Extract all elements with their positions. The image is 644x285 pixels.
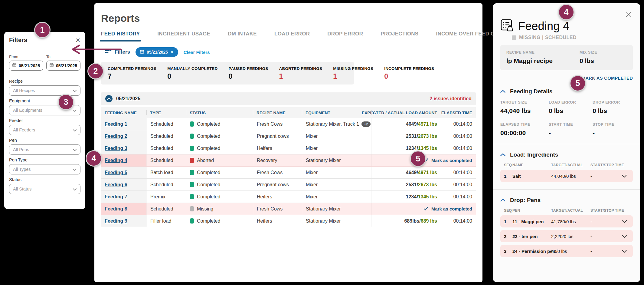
expected-amount: 4649/ bbox=[406, 170, 418, 175]
stat-value: 1 bbox=[279, 72, 322, 81]
status-label: Completed bbox=[197, 146, 220, 151]
tab-projections[interactable]: PROJECTIONS bbox=[381, 31, 418, 41]
status-cell: Completed bbox=[186, 191, 253, 203]
tab-feed-history[interactable]: FEED HISTORY bbox=[101, 31, 140, 41]
filter-select[interactable]: All Pens bbox=[9, 144, 80, 155]
tab-drop-error[interactable]: DROP ERROR bbox=[327, 31, 363, 41]
chip-date-label: 05/21/2025 bbox=[147, 50, 168, 55]
table-row[interactable]: Feeding 2ScheduledCompletedPregnant cows… bbox=[101, 130, 476, 142]
table-row[interactable]: Feeding 5Batch loadCompletedFresh CowsMi… bbox=[101, 167, 476, 179]
collapse-group-button[interactable] bbox=[105, 95, 113, 102]
type-cell: Batch load bbox=[146, 167, 186, 178]
chevron-down-icon[interactable] bbox=[622, 219, 629, 224]
status-square-icon bbox=[190, 170, 194, 175]
filter-select-value: All Types bbox=[13, 167, 31, 172]
close-icon[interactable] bbox=[625, 11, 632, 19]
report-tabs: FEED HISTORYINGREDIENT USAGEDM INTAKELOA… bbox=[101, 31, 476, 41]
filters-close-icon[interactable]: ✕ bbox=[75, 37, 80, 43]
filter-select[interactable]: All Recipes bbox=[9, 85, 80, 96]
equipment-cell: Mixer bbox=[302, 142, 371, 154]
pen-row[interactable]: 222 - ten pen2,220/0 lbs- bbox=[500, 230, 633, 242]
detail-item-label: STOP TIME bbox=[593, 122, 633, 127]
load-amount-cell: 4649/4971 lbs bbox=[371, 167, 441, 178]
status-cell: Completed bbox=[186, 118, 253, 130]
start-stop-time: - bbox=[590, 234, 622, 239]
filter-select[interactable]: All Types bbox=[9, 164, 80, 174]
feeding-report-icon bbox=[500, 18, 514, 34]
status-square-icon bbox=[512, 35, 516, 40]
status-cell: Completed bbox=[186, 167, 253, 178]
filters-panel: Filters ✕ From 05/21/2025 To 05/21/2025 … bbox=[4, 32, 85, 209]
ingredient-row[interactable]: 1Salt44,040/0 lbs- bbox=[500, 170, 633, 182]
chevron-down-icon[interactable] bbox=[622, 248, 629, 254]
tab-dm-intake[interactable]: DM INTAKE bbox=[228, 31, 257, 41]
expected-amount: 689lbs/ bbox=[404, 218, 420, 224]
chevron-down-icon[interactable] bbox=[622, 173, 629, 179]
chevron-up-icon bbox=[500, 89, 505, 94]
status-square-icon bbox=[190, 146, 194, 151]
to-date-input[interactable]: 05/21/2025 bbox=[46, 61, 80, 71]
sequence-number: 3 bbox=[504, 249, 512, 254]
filter-field-recipe: RecipeAll Recipes bbox=[9, 79, 80, 96]
feeding-link[interactable]: Feeding 4 bbox=[105, 158, 127, 163]
equipment-cell: Mixer bbox=[302, 130, 371, 142]
load-amount-cell: 2531/2673 lbs bbox=[371, 179, 441, 191]
chip-remove-icon[interactable]: ✕ bbox=[170, 50, 174, 55]
type-cell: Filler load bbox=[146, 215, 186, 227]
group-date-label: 05/21/2025 bbox=[116, 96, 140, 101]
divider bbox=[493, 144, 640, 144]
to-date-value: 05/21/2025 bbox=[56, 63, 77, 68]
sequence-number: 1 bbox=[504, 219, 512, 224]
from-date-input[interactable]: 05/21/2025 bbox=[9, 61, 43, 71]
pen-row[interactable]: 324 - Permission pen40/0 lbs- bbox=[500, 245, 633, 257]
feeding-link[interactable]: Feeding 1 bbox=[105, 121, 127, 127]
load-amount-cell: 2531/2673 lbs bbox=[371, 130, 441, 142]
mark-as-completed-button[interactable]: Mark as completed bbox=[371, 203, 476, 215]
subcolumn-seq: SEQ bbox=[504, 208, 512, 213]
type-cell: Premix bbox=[146, 191, 186, 203]
table-row[interactable]: Feeding 9Filler loadCompletedHeifersStat… bbox=[101, 215, 476, 227]
divider bbox=[493, 189, 640, 190]
pen-row[interactable]: 111 - Maggi pen41,780/0 lbs- bbox=[500, 215, 633, 227]
elapsed-time-cell: 00:14:00 bbox=[441, 142, 476, 154]
feeding-link[interactable]: Feeding 5 bbox=[105, 170, 127, 175]
clear-filters-link[interactable]: Clear Filters bbox=[184, 50, 210, 55]
tab-load-error[interactable]: LOAD ERROR bbox=[274, 31, 310, 41]
expected-amount: 1234/ bbox=[406, 146, 418, 151]
recipe-cell: Heifers bbox=[253, 142, 302, 154]
date-filter-chip[interactable]: 05/21/2025 ✕ bbox=[136, 47, 178, 57]
status-cell: Completed bbox=[186, 179, 253, 191]
stat-missing-feedings: MISSING FEEDINGS1 bbox=[333, 66, 373, 81]
chevron-up-icon bbox=[500, 197, 505, 203]
table-row[interactable]: Feeding 7PremixCompletedHeifersMixer1234… bbox=[101, 191, 476, 203]
feeding-details-section-header[interactable]: Feeding Details bbox=[500, 88, 633, 95]
column-header-elapsed-time: ELAPSED TIME bbox=[441, 107, 476, 118]
feeding-link[interactable]: Feeding 3 bbox=[105, 146, 127, 151]
type-cell: Scheduled bbox=[146, 203, 186, 215]
feeding-link[interactable]: Feeding 2 bbox=[105, 134, 127, 139]
mark-as-completed-button[interactable]: MARK AS COMPLETED bbox=[500, 75, 633, 81]
chevron-down-icon[interactable] bbox=[622, 234, 629, 239]
table-row[interactable]: Feeding 6ScheduledCompletedPregnant cows… bbox=[101, 179, 476, 191]
actual-amount: 689 lbs bbox=[421, 218, 437, 224]
table-row[interactable]: Feeding 1ScheduledCompletedFresh CowsSta… bbox=[101, 118, 476, 130]
filter-field-pen: PenAll Pens bbox=[9, 138, 80, 155]
load-ingredients-section-header[interactable]: Load: Ingredients bbox=[500, 151, 633, 158]
drop-pens-section-header[interactable]: Drop: Pens bbox=[500, 197, 633, 204]
actual-amount: 1345 lbs bbox=[418, 146, 437, 151]
load-ingredients-title: Load: Ingredients bbox=[510, 151, 558, 158]
feeding-link[interactable]: Feeding 8 bbox=[105, 206, 127, 212]
filter-select[interactable]: All Status bbox=[9, 184, 80, 194]
feeding-link[interactable]: Feeding 7 bbox=[105, 194, 127, 200]
table-row[interactable]: Feeding 8ScheduledMissingFresh CowsStati… bbox=[101, 203, 476, 215]
feeding-link[interactable]: Feeding 9 bbox=[105, 218, 127, 224]
filter-select[interactable]: All Feeders bbox=[9, 125, 80, 135]
tab-ingredient-usage[interactable]: INGREDIENT USAGE bbox=[157, 31, 210, 41]
stat-value: 0 bbox=[167, 72, 217, 81]
calendar-icon bbox=[49, 63, 54, 68]
equipment-overflow-badge[interactable]: +2 bbox=[361, 121, 371, 127]
expected-amount: 1234/ bbox=[406, 194, 418, 200]
feeding-link[interactable]: Feeding 6 bbox=[105, 182, 127, 187]
drop-table-header: SEQPENTARGET/ACTUALSTART/STOP TIME bbox=[500, 208, 633, 213]
equipment-label: Stationary Mixer bbox=[306, 206, 341, 212]
